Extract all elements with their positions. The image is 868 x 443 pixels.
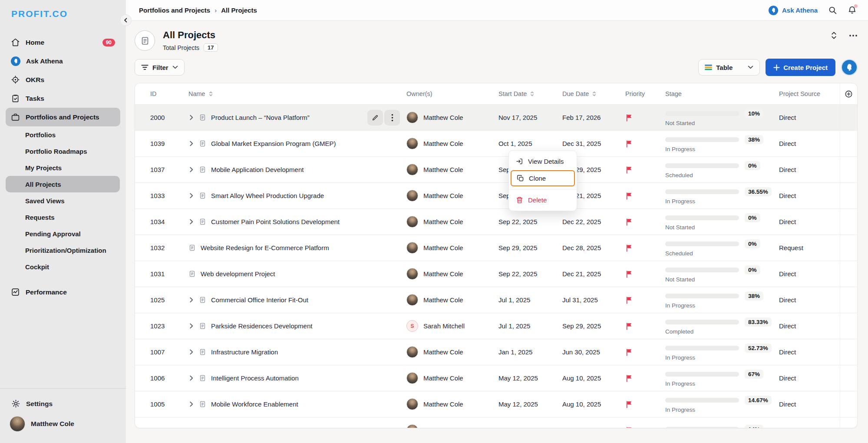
sidebar-user[interactable]: Matthew Cole bbox=[0, 413, 126, 435]
project-name[interactable]: Smart Alloy Wheel Production Upgrade bbox=[211, 192, 324, 199]
cell-priority bbox=[625, 296, 665, 304]
ask-athena-button[interactable]: Ask Athena bbox=[769, 6, 818, 15]
column-header[interactable]: Due Date bbox=[562, 90, 625, 97]
table-row[interactable]: 14% bbox=[135, 417, 857, 428]
table-row[interactable]: 1007 Infrastructure Migration Matthew Co… bbox=[135, 339, 857, 365]
project-name[interactable]: Commercial Office Interior Fit-Out bbox=[211, 296, 308, 304]
project-name[interactable]: Mobile Workforce Enablement bbox=[211, 400, 298, 408]
sidebar-subitem-requests[interactable]: Requests bbox=[6, 209, 120, 225]
project-name[interactable]: Intelligent Process Automation bbox=[211, 374, 299, 382]
breadcrumb-portfolios-and-projects[interactable]: Portfolios and Projects bbox=[139, 7, 210, 14]
table-row[interactable]: 1023 Parkside Residences Development SSa… bbox=[135, 313, 857, 339]
view-mode-select[interactable]: Table bbox=[698, 59, 760, 76]
stage-label: In Progress bbox=[665, 302, 779, 309]
row-menu-button[interactable] bbox=[384, 114, 400, 121]
athena-assistant-button[interactable] bbox=[841, 59, 858, 76]
expand-row-icon[interactable] bbox=[188, 193, 194, 198]
owner-name: Matthew Cole bbox=[423, 218, 463, 225]
owner-name: Matthew Cole bbox=[423, 374, 463, 382]
cell-id: 2000 bbox=[150, 114, 188, 121]
sidebar-item-performance[interactable]: Performance bbox=[6, 283, 120, 301]
sidebar-item-ask-athena[interactable]: Ask Athena bbox=[6, 52, 120, 70]
project-name[interactable]: Product Launch – “Nova Platform” bbox=[211, 114, 310, 121]
bell-icon[interactable] bbox=[848, 6, 857, 15]
search-icon[interactable] bbox=[828, 6, 837, 15]
expand-row-icon[interactable] bbox=[188, 141, 194, 146]
project-name[interactable]: Website Redesign for E-Commerce Platform bbox=[201, 244, 329, 251]
menu-item-delete[interactable]: Delete bbox=[509, 192, 577, 208]
expand-row-icon[interactable] bbox=[188, 297, 194, 303]
project-name[interactable]: Mobile Application Development bbox=[211, 166, 304, 173]
cell-stage: 52.73% In Progress bbox=[665, 344, 779, 361]
project-name[interactable]: Web development Project bbox=[201, 270, 275, 278]
column-header[interactable]: Start Date bbox=[498, 90, 562, 97]
sort-icon[interactable] bbox=[208, 91, 213, 97]
project-name[interactable]: Infrastructure Migration bbox=[211, 348, 278, 356]
sidebar-subitem-cockpit[interactable]: Cockpit bbox=[6, 258, 120, 275]
edit-project-button[interactable] bbox=[367, 114, 383, 121]
cell-stage: 36.55% In Progress bbox=[665, 187, 779, 205]
menu-item-clone[interactable]: Clone bbox=[511, 170, 575, 186]
expand-row-icon[interactable] bbox=[188, 115, 194, 120]
sidebar-subitem-pending-approval[interactable]: Pending Approval bbox=[6, 225, 120, 242]
table-row[interactable]: 1005 Mobile Workforce Enablement Matthew… bbox=[135, 391, 857, 417]
sidebar-item-portfolios-and-projects[interactable]: Portfolios and Projects bbox=[6, 108, 120, 126]
create-project-button[interactable]: Create Project bbox=[766, 59, 835, 76]
sidebar-item-settings[interactable]: Settings bbox=[0, 395, 126, 413]
expand-row-icon[interactable] bbox=[188, 375, 194, 381]
column-header[interactable]: Name bbox=[188, 90, 406, 97]
table-row[interactable]: 2000 Product Launch – “Nova Platform” Ma… bbox=[135, 104, 857, 130]
priority-flag-icon bbox=[625, 426, 632, 429]
progress-percent: 10% bbox=[745, 109, 763, 118]
sidebar-collapse-button[interactable] bbox=[120, 14, 132, 26]
sidebar-subitem-portfolio-roadmaps[interactable]: Portfolio Roadmaps bbox=[6, 143, 120, 159]
expand-row-icon[interactable] bbox=[188, 401, 194, 407]
sidebar-item-okrs[interactable]: OKRs bbox=[6, 70, 120, 89]
cell-stage: 0% Not Started bbox=[665, 213, 779, 231]
sort-icon[interactable] bbox=[592, 91, 597, 97]
cell-owner: Matthew Cole bbox=[406, 216, 498, 228]
table-row[interactable]: 1033 Smart Alloy Wheel Production Upgrad… bbox=[135, 182, 857, 208]
cell-end bbox=[840, 365, 857, 391]
project-name[interactable]: Global Market Expansion Program (GMEP) bbox=[211, 140, 336, 147]
sidebar-item-tasks[interactable]: Tasks bbox=[6, 89, 120, 108]
menu-item-view-details[interactable]: View Details bbox=[509, 153, 577, 169]
breadcrumb-all-projects[interactable]: All Projects bbox=[221, 7, 257, 14]
table-row[interactable]: 1034 Customer Pain Point Solutions Devel… bbox=[135, 208, 857, 235]
sidebar-subitem-saved-views[interactable]: Saved Views bbox=[6, 192, 120, 209]
table-row[interactable]: 1006 Intelligent Process Automation Matt… bbox=[135, 365, 857, 391]
table-row[interactable]: 1032 Website Redesign for E-Commerce Pla… bbox=[135, 235, 857, 261]
sidebar-subitem-prioritization-optimization[interactable]: Prioritization/Optimization bbox=[6, 242, 120, 258]
cell-owner: Matthew Cole bbox=[406, 372, 498, 384]
cell-due-date: Jun 30, 2025 bbox=[562, 348, 625, 356]
table-body: 2000 Product Launch – “Nova Platform” Ma… bbox=[135, 104, 857, 428]
owner-name: Matthew Cole bbox=[423, 400, 463, 408]
expand-row-icon[interactable] bbox=[188, 167, 194, 172]
sidebar-subitem-all-projects[interactable]: All Projects bbox=[6, 176, 120, 192]
cell-start-date: Sep 29, 2025 bbox=[498, 244, 562, 251]
expand-row-icon[interactable] bbox=[188, 349, 194, 355]
expand-row-icon[interactable] bbox=[188, 219, 194, 225]
cell-end bbox=[840, 209, 857, 235]
sidebar-item-label: Ask Athena bbox=[26, 57, 63, 65]
filter-button[interactable]: Filter bbox=[135, 59, 185, 76]
priority-flag-icon bbox=[625, 322, 632, 330]
table-row[interactable]: 1039 Global Market Expansion Program (GM… bbox=[135, 130, 857, 156]
table-row[interactable]: 1031 Web development Project Matthew Col… bbox=[135, 261, 857, 287]
more-options-icon[interactable] bbox=[849, 34, 858, 37]
priority-flag-icon bbox=[625, 218, 632, 226]
owner-name: Matthew Cole bbox=[423, 296, 463, 304]
project-name[interactable]: Parkside Residences Development bbox=[211, 322, 312, 330]
project-name[interactable]: Customer Pain Point Solutions Developmen… bbox=[211, 218, 340, 225]
cell-due-date: Sep 29, 2025 bbox=[562, 322, 625, 330]
expand-row-icon[interactable] bbox=[188, 323, 194, 329]
sidebar-item-home[interactable]: Home 90 bbox=[6, 33, 120, 52]
cell-end bbox=[840, 131, 857, 156]
sidebar-subitem-my-projects[interactable]: My Projects bbox=[6, 159, 120, 176]
sort-icon[interactable] bbox=[530, 91, 535, 97]
table-row[interactable]: 1037 Mobile Application Development Matt… bbox=[135, 156, 857, 182]
expand-collapse-icon[interactable] bbox=[830, 31, 838, 40]
table-row[interactable]: 1025 Commercial Office Interior Fit-Out … bbox=[135, 287, 857, 313]
add-column-icon[interactable] bbox=[845, 90, 853, 98]
sidebar-subitem-portfolios[interactable]: Portfolios bbox=[6, 126, 120, 143]
